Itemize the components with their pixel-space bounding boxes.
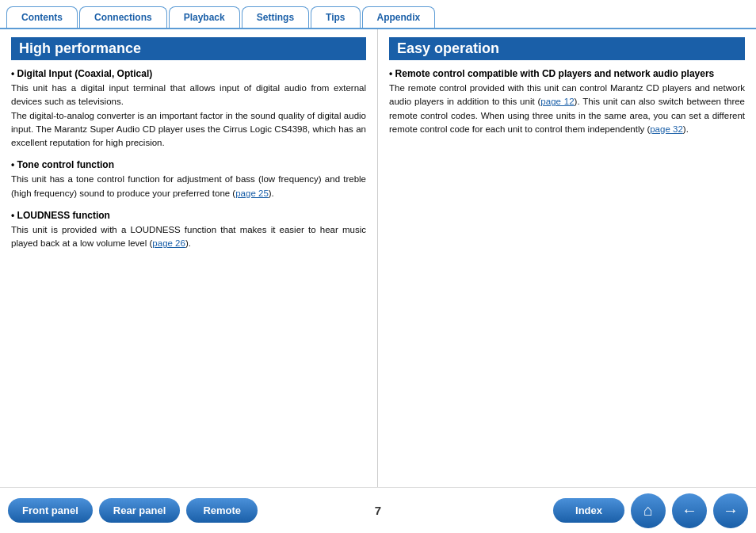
tone-control-link[interactable]: page 25 — [235, 188, 269, 198]
back-icon: ← — [682, 501, 697, 520]
loudness-section: LOUDNESS function This unit is provided … — [11, 210, 366, 251]
tab-tips[interactable]: Tips — [311, 6, 360, 28]
nav-tabs: Contents Connections Playback Settings T… — [0, 0, 756, 28]
page-number: 7 — [375, 504, 381, 517]
remote-button[interactable]: Remote — [186, 498, 258, 523]
tab-settings[interactable]: Settings — [242, 6, 309, 28]
rear-panel-button[interactable]: Rear panel — [99, 498, 180, 523]
remote-link-1[interactable]: page 12 — [540, 97, 574, 106]
main-content: High performance Digital Input (Coaxial,… — [0, 28, 756, 489]
left-column: High performance Digital Input (Coaxial,… — [0, 29, 378, 489]
tone-control-body: This unit has a tone control function fo… — [11, 173, 366, 200]
home-button[interactable]: ⌂ — [631, 493, 666, 528]
tab-appendix[interactable]: Appendix — [362, 6, 436, 28]
right-column: Easy operation Remote control compatible… — [378, 29, 756, 489]
tab-connections[interactable]: Connections — [79, 6, 167, 28]
back-button[interactable]: ← — [672, 493, 707, 528]
tone-control-title: Tone control function — [11, 159, 366, 170]
remote-control-title: Remote control compatible with CD player… — [389, 68, 745, 79]
tab-contents[interactable]: Contents — [6, 6, 78, 28]
bottom-nav-right: Index ⌂ ← → — [553, 493, 748, 528]
remote-link-2[interactable]: page 32 — [650, 124, 683, 134]
home-icon: ⌂ — [643, 501, 653, 520]
bottom-nav-left: Front panel Rear panel Remote — [8, 498, 258, 523]
loudness-body: This unit is provided with a LOUDNESS fu… — [11, 223, 366, 251]
loudness-link[interactable]: page 26 — [152, 238, 185, 248]
right-section-header: Easy operation — [389, 37, 745, 60]
tab-playback[interactable]: Playback — [169, 6, 240, 28]
remote-control-section: Remote control compatible with CD player… — [389, 68, 745, 136]
digital-input-section: Digital Input (Coaxial, Optical) This un… — [11, 68, 366, 150]
remote-control-body: The remote control provided with this un… — [389, 82, 745, 136]
forward-icon: → — [723, 501, 739, 520]
digital-input-body: This unit has a digital input terminal t… — [11, 82, 366, 150]
bottom-nav: Front panel Rear panel Remote 7 Index ⌂ … — [0, 487, 756, 533]
digital-input-title: Digital Input (Coaxial, Optical) — [11, 68, 366, 79]
index-button[interactable]: Index — [553, 498, 624, 523]
tone-control-section: Tone control function This unit has a to… — [11, 159, 366, 200]
loudness-title: LOUDNESS function — [11, 210, 366, 221]
forward-button[interactable]: → — [713, 493, 748, 528]
front-panel-button[interactable]: Front panel — [8, 498, 93, 523]
left-section-header: High performance — [11, 37, 366, 60]
